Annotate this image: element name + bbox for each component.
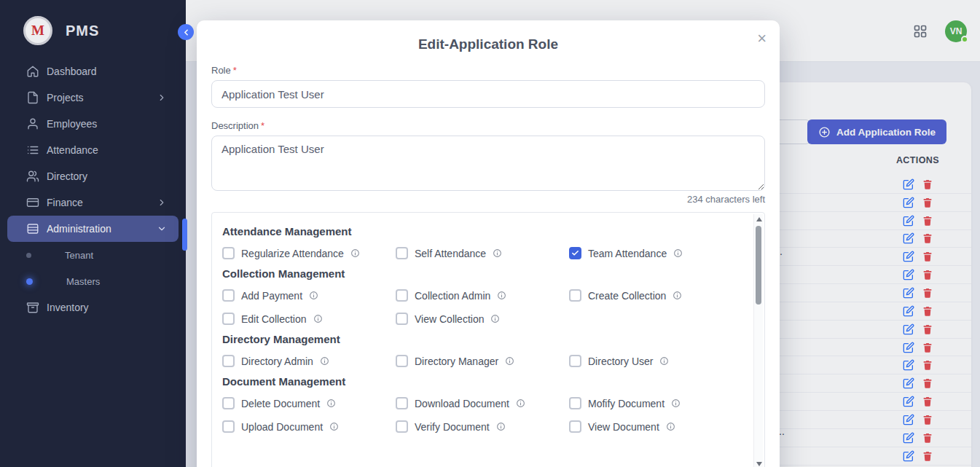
close-icon[interactable]: × xyxy=(754,28,769,50)
info-icon xyxy=(673,291,682,300)
checkbox-icon[interactable] xyxy=(569,289,581,302)
info-icon[interactable] xyxy=(320,356,329,366)
info-icon[interactable] xyxy=(493,248,502,258)
role-input[interactable] xyxy=(211,80,765,108)
permission-item-team-attendance[interactable]: Team Attendance xyxy=(569,247,742,259)
checkbox-icon[interactable] xyxy=(222,289,235,302)
info-icon[interactable] xyxy=(309,291,318,300)
checkbox-icon[interactable] xyxy=(396,313,408,325)
required-asterisk: * xyxy=(261,120,264,131)
info-icon[interactable] xyxy=(673,248,683,258)
permission-item-edit-collection[interactable]: Edit Collection xyxy=(222,313,396,325)
info-icon[interactable] xyxy=(329,422,339,431)
info-icon[interactable] xyxy=(505,356,514,366)
info-icon[interactable] xyxy=(490,314,500,323)
permission-item-directory-user[interactable]: Directory User xyxy=(569,355,742,367)
checkbox-icon[interactable] xyxy=(222,313,235,325)
permission-item-delete-document[interactable]: Delete Document xyxy=(222,397,396,409)
required-asterisk: * xyxy=(233,65,237,76)
info-icon xyxy=(493,248,502,258)
permission-item-upload-document[interactable]: Upload Document xyxy=(222,420,396,433)
info-icon[interactable] xyxy=(673,291,682,300)
checkbox-icon[interactable] xyxy=(396,247,408,259)
info-icon xyxy=(350,248,360,258)
scrollbar[interactable] xyxy=(753,214,763,467)
checkbox-icon[interactable] xyxy=(569,247,581,259)
checkbox-icon[interactable] xyxy=(569,397,581,409)
permission-grid: Add PaymentCollection AdminCreate Collec… xyxy=(222,289,742,325)
permission-section-title: Document Management xyxy=(222,375,742,388)
checkbox-icon[interactable] xyxy=(222,247,235,259)
permission-item-directory-admin[interactable]: Directory Admin xyxy=(222,355,396,367)
checkbox-icon[interactable] xyxy=(222,420,235,433)
permission-item-mofify-document[interactable]: Mofify Document xyxy=(569,397,742,409)
checkbox-icon[interactable] xyxy=(396,289,408,302)
checkbox-icon[interactable] xyxy=(569,355,581,367)
permission-label: Collection Admin xyxy=(415,290,490,302)
checkbox-icon[interactable] xyxy=(569,420,581,433)
info-icon[interactable] xyxy=(516,399,525,408)
permission-label: Directory Manager xyxy=(415,356,498,367)
info-icon xyxy=(516,399,525,408)
info-icon[interactable] xyxy=(497,291,506,300)
permission-item-verify-document[interactable]: Verify Document xyxy=(396,420,569,433)
characters-left-counter: 234 characters left xyxy=(211,194,765,205)
scroll-up-icon[interactable] xyxy=(756,217,762,221)
info-icon[interactable] xyxy=(671,399,681,408)
permission-item-view-document[interactable]: View Document xyxy=(569,420,742,433)
info-icon[interactable] xyxy=(666,422,675,431)
permissions-body: Attendance ManagementRegularize Attendan… xyxy=(222,225,742,433)
permission-item-add-payment[interactable]: Add Payment xyxy=(222,289,396,302)
permission-item-directory-manager[interactable]: Directory Manager xyxy=(396,355,569,367)
info-icon xyxy=(329,422,339,431)
checkbox-icon[interactable] xyxy=(396,355,408,367)
info-icon xyxy=(313,314,323,323)
info-icon xyxy=(326,399,336,408)
permission-label: Download Document xyxy=(415,398,509,409)
permission-item-view-collection[interactable]: View Collection xyxy=(396,313,569,325)
checkbox-icon[interactable] xyxy=(222,355,235,367)
permission-label: Team Attendance xyxy=(588,248,667,259)
info-icon[interactable] xyxy=(326,399,336,408)
info-icon xyxy=(671,399,681,408)
description-field-label: Description* xyxy=(211,120,765,131)
permission-section-title: Attendance Management xyxy=(222,225,742,238)
info-icon[interactable] xyxy=(659,356,669,366)
scroll-down-icon[interactable] xyxy=(756,462,762,466)
permission-item-regularize-attendance[interactable]: Regularize Attendance xyxy=(222,247,396,259)
permission-item-collection-admin[interactable]: Collection Admin xyxy=(396,289,569,302)
permission-item-create-collection[interactable]: Create Collection xyxy=(569,289,742,302)
permission-label: Regularize Attendance xyxy=(241,248,344,259)
info-icon xyxy=(490,314,500,323)
permission-label: Mofify Document xyxy=(588,398,665,409)
permission-section-title: Collection Management xyxy=(222,267,742,280)
info-icon xyxy=(496,422,506,431)
permission-label: Self Attendance xyxy=(415,248,486,259)
info-icon xyxy=(666,422,675,431)
checkbox-icon[interactable] xyxy=(396,420,408,433)
sidebar-collapse-button[interactable] xyxy=(178,24,194,40)
edit-application-role-modal: × Edit-Application Role Role* Descriptio… xyxy=(197,20,780,467)
permission-item-self-attendance[interactable]: Self Attendance xyxy=(396,247,569,259)
info-icon xyxy=(320,356,329,366)
permission-label: Delete Document xyxy=(241,398,320,409)
checkbox-icon[interactable] xyxy=(396,397,408,409)
permission-item-download-document[interactable]: Download Document xyxy=(396,397,569,409)
info-icon xyxy=(497,291,506,300)
modal-title: Edit-Application Role xyxy=(211,36,765,52)
info-icon[interactable] xyxy=(313,314,323,323)
permission-label: Verify Document xyxy=(415,421,490,433)
checkbox-icon[interactable] xyxy=(222,397,235,409)
permissions-panel: Attendance ManagementRegularize Attendan… xyxy=(211,212,765,467)
info-icon xyxy=(505,356,514,366)
permission-label: Edit Collection xyxy=(241,313,307,325)
role-field-label: Role* xyxy=(211,65,765,76)
info-icon[interactable] xyxy=(496,422,506,431)
permission-label: Add Payment xyxy=(241,290,302,302)
scrollbar-thumb[interactable] xyxy=(756,226,761,305)
permission-label: View Document xyxy=(588,421,659,433)
info-icon[interactable] xyxy=(350,248,360,258)
active-route-indicator xyxy=(182,219,187,251)
info-icon xyxy=(309,291,318,300)
description-textarea[interactable]: Application Test User xyxy=(211,136,765,191)
